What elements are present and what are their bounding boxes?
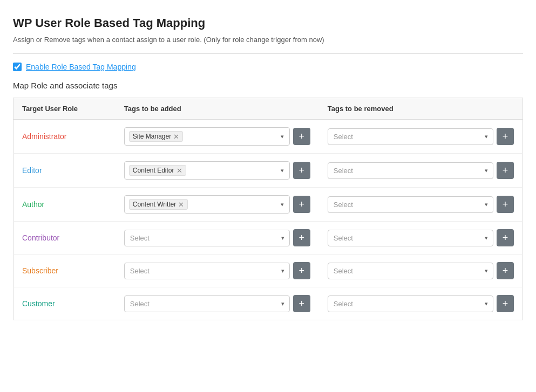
col-add-header: Tags to be added bbox=[116, 98, 319, 120]
table-body: AdministratorSite Manager ✕▾+Select▾+Edi… bbox=[13, 120, 523, 320]
add-tags-cell-0: Site Manager ✕▾+ bbox=[116, 120, 319, 154]
role-cell-0: Administrator bbox=[13, 120, 116, 154]
add-tag-button-0[interactable]: + bbox=[293, 128, 310, 145]
chevron-down-icon: ▾ bbox=[281, 133, 284, 140]
remove-select-5[interactable]: Select bbox=[328, 295, 493, 312]
table-row: AuthorContent Writter ✕▾+Select▾+ bbox=[13, 188, 523, 222]
remove-tag-icon[interactable]: ✕ bbox=[173, 133, 179, 140]
remove-tags-cell-0: Select▾+ bbox=[319, 120, 523, 154]
tag-chip: Content Editor ✕ bbox=[129, 165, 186, 176]
section-title: Map Role and associate tags bbox=[13, 81, 523, 90]
chevron-down-icon: ▾ bbox=[281, 167, 284, 174]
enable-row: Enable Role Based Tag Mapping bbox=[13, 63, 523, 71]
role-name-4: Subscriber bbox=[22, 266, 58, 275]
add-select-5[interactable]: Select bbox=[124, 295, 290, 312]
remove-tags-cell-4: Select▾+ bbox=[319, 255, 523, 287]
remove-select-3[interactable]: Select bbox=[328, 230, 493, 246]
remove-tags-cell-5: Select▾+ bbox=[319, 287, 523, 320]
divider bbox=[13, 53, 523, 54]
remove-tag-button-5[interactable]: + bbox=[497, 295, 514, 312]
add-tag-button-5[interactable]: + bbox=[293, 295, 310, 312]
table-row: ContributorSelect▾+Select▾+ bbox=[13, 222, 523, 255]
remove-tags-cell-1: Select▾+ bbox=[319, 154, 523, 188]
chevron-down-icon: ▾ bbox=[281, 201, 284, 208]
role-cell-4: Subscriber bbox=[13, 255, 116, 287]
role-name-1: Editor bbox=[22, 166, 42, 175]
add-select-3[interactable]: Select bbox=[124, 230, 290, 246]
role-name-5: Customer bbox=[22, 299, 55, 308]
tag-chip: Content Writter ✕ bbox=[129, 199, 188, 210]
add-tags-cell-1: Content Editor ✕▾+ bbox=[116, 154, 319, 188]
role-name-3: Contributor bbox=[22, 233, 59, 242]
remove-select-0[interactable]: Select bbox=[328, 128, 493, 145]
remove-tag-button-3[interactable]: + bbox=[497, 229, 514, 246]
remove-tag-button-1[interactable]: + bbox=[497, 162, 514, 179]
tag-chip: Site Manager ✕ bbox=[129, 131, 183, 142]
remove-tag-button-2[interactable]: + bbox=[497, 196, 514, 213]
role-cell-1: Editor bbox=[13, 154, 116, 188]
col-remove-header: Tags to be removed bbox=[319, 98, 523, 120]
remove-select-2[interactable]: Select bbox=[328, 196, 493, 213]
page-title: WP User Role Based Tag Mapping bbox=[13, 16, 523, 30]
remove-tags-cell-3: Select▾+ bbox=[319, 222, 523, 255]
table-row: CustomerSelect▾+Select▾+ bbox=[13, 287, 523, 320]
remove-tag-button-0[interactable]: + bbox=[497, 128, 514, 145]
remove-tags-cell-2: Select▾+ bbox=[319, 188, 523, 222]
add-tag-button-1[interactable]: + bbox=[293, 162, 310, 179]
enable-label[interactable]: Enable Role Based Tag Mapping bbox=[26, 63, 136, 71]
add-select-4[interactable]: Select bbox=[124, 263, 290, 279]
remove-select-4[interactable]: Select bbox=[328, 263, 493, 279]
add-tag-button-2[interactable]: + bbox=[293, 196, 310, 213]
page-subtitle: Assign or Remove tags when a contact ass… bbox=[13, 36, 523, 44]
remove-tag-button-4[interactable]: + bbox=[497, 262, 514, 279]
remove-select-1[interactable]: Select bbox=[328, 162, 493, 179]
col-role-header: Target User Role bbox=[13, 98, 116, 120]
add-tag-select-2[interactable]: Content Writter ✕▾ bbox=[124, 195, 290, 214]
add-tag-button-4[interactable]: + bbox=[293, 262, 310, 279]
table-row: SubscriberSelect▾+Select▾+ bbox=[13, 255, 523, 287]
enable-checkbox[interactable] bbox=[13, 63, 22, 71]
role-cell-3: Contributor bbox=[13, 222, 116, 255]
remove-tag-icon[interactable]: ✕ bbox=[177, 167, 182, 174]
role-name-2: Author bbox=[22, 200, 44, 209]
add-tag-select-1[interactable]: Content Editor ✕▾ bbox=[124, 161, 290, 180]
table-header: Target User Role Tags to be added Tags t… bbox=[13, 98, 523, 120]
table-row: AdministratorSite Manager ✕▾+Select▾+ bbox=[13, 120, 523, 154]
add-tags-cell-4: Select▾+ bbox=[116, 255, 319, 287]
add-tag-button-3[interactable]: + bbox=[293, 229, 310, 246]
add-tag-select-0[interactable]: Site Manager ✕▾ bbox=[124, 127, 290, 146]
role-cell-5: Customer bbox=[13, 287, 116, 320]
remove-tag-icon[interactable]: ✕ bbox=[178, 201, 184, 208]
add-tags-cell-3: Select▾+ bbox=[116, 222, 319, 255]
role-name-0: Administrator bbox=[22, 132, 66, 141]
table-row: EditorContent Editor ✕▾+Select▾+ bbox=[13, 154, 523, 188]
add-tags-cell-2: Content Writter ✕▾+ bbox=[116, 188, 319, 222]
mapping-table: Target User Role Tags to be added Tags t… bbox=[13, 98, 523, 320]
add-tags-cell-5: Select▾+ bbox=[116, 287, 319, 320]
role-cell-2: Author bbox=[13, 188, 116, 222]
